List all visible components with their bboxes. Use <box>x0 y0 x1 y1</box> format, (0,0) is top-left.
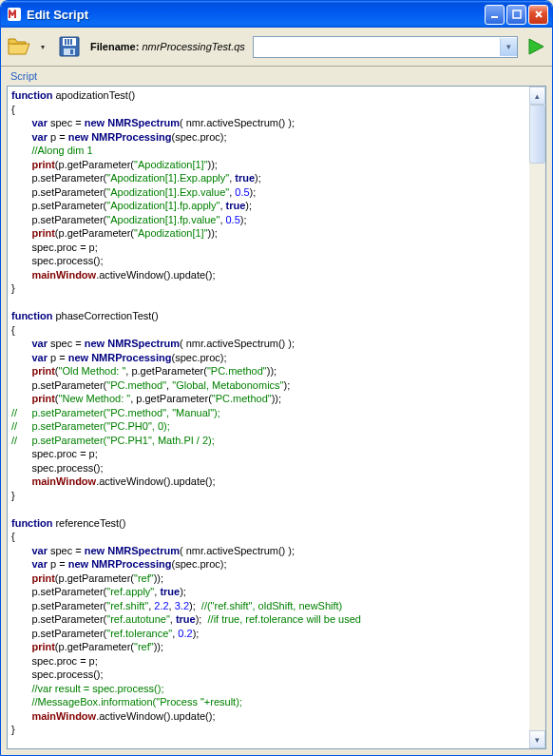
vertical-scrollbar[interactable]: ▴ ▾ <box>529 87 545 748</box>
svg-rect-9 <box>70 49 73 54</box>
toolbar: ▾ Filename: nmrProcessingTest.qs ▾ <box>1 28 552 67</box>
scroll-track[interactable] <box>529 164 545 730</box>
open-dropdown-arrow[interactable]: ▾ <box>41 43 48 51</box>
window-frame: Edit Script ▾ <box>0 0 553 756</box>
editor-panel: function apodizationTest() { var spec = … <box>7 86 546 749</box>
svg-rect-2 <box>513 10 521 18</box>
filename-label: Filename: nmrProcessingTest.qs <box>90 41 245 52</box>
code-editor[interactable]: function apodizationTest() { var spec = … <box>8 87 529 748</box>
svg-rect-5 <box>65 39 67 45</box>
svg-rect-8 <box>64 48 75 55</box>
close-button[interactable] <box>528 5 548 25</box>
svg-rect-6 <box>67 39 69 45</box>
scroll-down-button[interactable]: ▾ <box>529 730 545 748</box>
run-button[interactable] <box>525 36 546 57</box>
scroll-up-button[interactable]: ▴ <box>529 87 545 105</box>
open-file-button[interactable] <box>7 33 33 60</box>
window-title: Edit Script <box>27 8 485 22</box>
filename-value: nmrProcessingTest.qs <box>142 41 244 52</box>
app-icon <box>7 7 22 22</box>
script-selector-combo[interactable]: ▾ <box>253 36 518 58</box>
combo-dropdown-button[interactable]: ▾ <box>500 38 517 56</box>
save-button[interactable] <box>56 33 83 60</box>
svg-rect-1 <box>491 16 498 18</box>
maximize-button[interactable] <box>506 5 526 25</box>
script-section-label: Script <box>1 67 552 84</box>
scroll-thumb[interactable] <box>529 105 545 164</box>
svg-rect-7 <box>70 39 72 45</box>
minimize-button[interactable] <box>485 5 505 25</box>
titlebar[interactable]: Edit Script <box>1 1 552 28</box>
